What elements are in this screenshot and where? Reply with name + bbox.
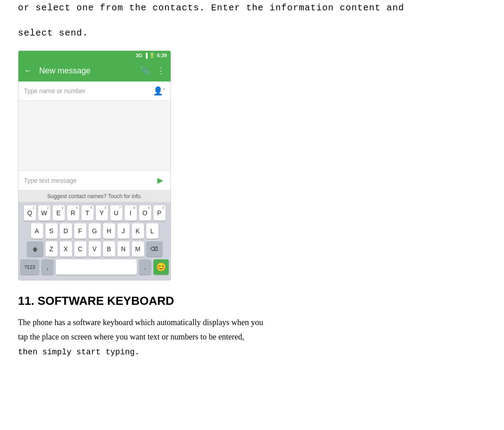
key-e[interactable]: E3 [53, 205, 65, 221]
keyboard-row-2: A S D F G H J K L [20, 223, 169, 239]
suggestion-bar[interactable]: Suggest contact names? Touch for info. [18, 190, 171, 203]
section-11-heading: 11. SOFTWARE KEYBOARD [18, 294, 486, 308]
keyboard: Q1 W2 E3 R4 T5 Y6 U7 I8 O9 P0 A S D F G … [18, 203, 171, 280]
key-w[interactable]: W2 [38, 205, 50, 221]
time-display: 6:39 [157, 53, 167, 58]
app-title: New message [39, 66, 133, 76]
backspace-key[interactable]: ⌫ [146, 241, 162, 257]
keyboard-bottom-row: ?123 , . 😊 [20, 259, 169, 275]
svg-rect-1 [34, 251, 36, 252]
intro-line1: or select one from the contacts. Enter t… [18, 0, 486, 16]
key-d[interactable]: D [60, 223, 72, 239]
key-v[interactable]: V [89, 241, 101, 257]
body-line-3: then simply start typing. [18, 344, 486, 359]
key-b[interactable]: B [103, 241, 115, 257]
key-r[interactable]: R4 [67, 205, 79, 221]
key-k[interactable]: K [132, 223, 144, 239]
key-s[interactable]: S [45, 223, 58, 239]
more-menu-button[interactable]: ⋮ [157, 66, 165, 76]
section-title: SOFTWARE KEYBOARD [37, 294, 174, 308]
svg-marker-0 [32, 247, 38, 251]
status-bar: 3G ▐ 🔋 6:39 [18, 51, 171, 60]
key-h[interactable]: H [103, 223, 115, 239]
key-m[interactable]: M [132, 241, 144, 257]
keyboard-row-1: Q1 W2 E3 R4 T5 Y6 U7 I8 O9 P0 [20, 205, 169, 221]
text-input-row[interactable]: Type text message ► [18, 171, 171, 190]
key-f[interactable]: F [74, 223, 86, 239]
key-z[interactable]: Z [45, 241, 58, 257]
send-button[interactable]: ► [155, 175, 165, 186]
back-button[interactable]: ← [24, 66, 32, 76]
intro-line2: select send. [18, 25, 486, 41]
key-j[interactable]: J [117, 223, 130, 239]
shift-key[interactable] [27, 241, 43, 257]
text-input-placeholder: Type text message [24, 177, 155, 184]
key-u[interactable]: U7 [110, 205, 122, 221]
key-a[interactable]: A [31, 223, 43, 239]
key-y[interactable]: Y6 [96, 205, 108, 221]
battery-icon: 🔋 [149, 53, 155, 59]
symbols-key[interactable]: ?123 [20, 259, 39, 275]
attach-button[interactable]: 📎 [140, 66, 150, 76]
key-g[interactable]: G [89, 223, 101, 239]
keyboard-row-3: Z X C V B N M ⌫ [20, 241, 169, 257]
body-line-2: tap the place on screen where you want t… [18, 330, 486, 344]
signal-icon: ▐ [144, 53, 148, 58]
app-bar: ← New message 📎 ⋮ [18, 60, 171, 81]
add-contact-button[interactable]: 👤+ [153, 86, 165, 96]
body-line-1: The phone has a software keyboard which … [18, 315, 486, 330]
space-key[interactable] [56, 259, 137, 275]
key-x[interactable]: X [60, 241, 72, 257]
app-bar-icons: 📎 ⋮ [140, 66, 165, 76]
comma-key[interactable]: , [41, 259, 54, 275]
key-c[interactable]: C [74, 241, 86, 257]
key-q[interactable]: Q1 [24, 205, 36, 221]
key-o[interactable]: O9 [139, 205, 151, 221]
key-p[interactable]: P0 [153, 205, 166, 221]
emoji-key[interactable]: 😊 [153, 259, 169, 275]
key-n[interactable]: N [117, 241, 130, 257]
key-i[interactable]: I8 [125, 205, 137, 221]
to-field[interactable]: Type name or number 👤+ [18, 81, 171, 101]
network-indicator: 3G [135, 53, 142, 58]
section-number: 11. [18, 294, 34, 308]
status-icons: ▐ 🔋 [144, 53, 155, 59]
key-t[interactable]: T5 [81, 205, 94, 221]
phone-mockup: 3G ▐ 🔋 6:39 ← New message 📎 ⋮ Type name … [18, 50, 171, 281]
message-area[interactable] [18, 101, 171, 171]
period-key[interactable]: . [139, 259, 151, 275]
key-l[interactable]: L [146, 223, 158, 239]
to-field-placeholder: Type name or number [24, 87, 153, 95]
